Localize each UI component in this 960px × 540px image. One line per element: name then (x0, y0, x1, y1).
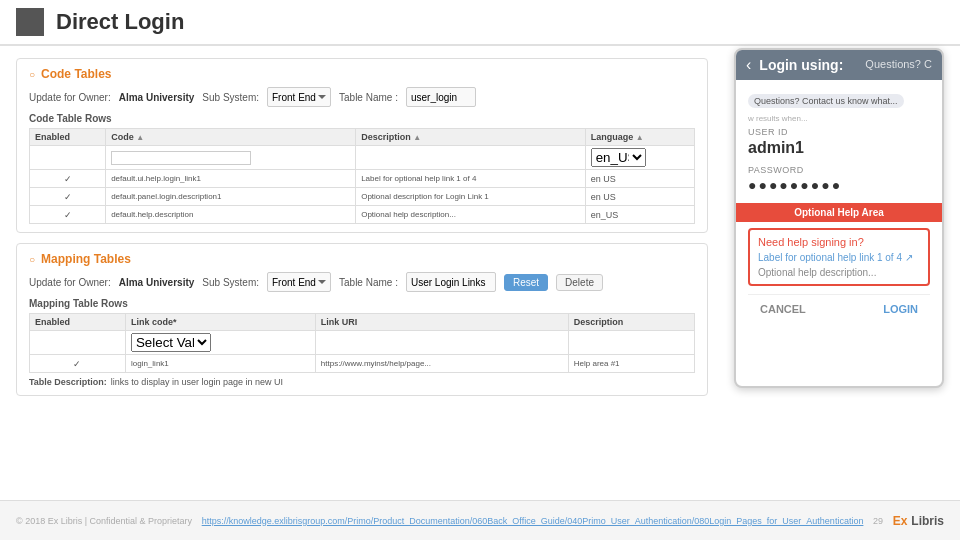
password-label: PASSWORD (748, 165, 930, 175)
subsystem-label: Sub System: (202, 92, 259, 103)
footer-link[interactable]: https://knowledge.exlibrisgroup.com/Prim… (202, 516, 864, 526)
m-col-desc: Description (568, 314, 694, 331)
logo-ex: Ex (893, 514, 908, 528)
login-button[interactable]: LOGIN (883, 303, 918, 315)
footer-page-number: 29 (873, 516, 883, 526)
mapping-owner-label: Update for Owner: (29, 277, 111, 288)
userid-value: admin1 (748, 139, 930, 157)
main-content: Code Tables Update for Owner: Alma Unive… (0, 46, 960, 491)
table-description-row: Table Description: links to display in u… (29, 377, 695, 387)
code-input[interactable] (111, 151, 251, 165)
col-language: Language ▲ (585, 129, 694, 146)
code-tables-form-row: Update for Owner: Alma University Sub Sy… (29, 87, 695, 107)
code-tables-title: Code Tables (29, 67, 695, 81)
col-enabled: Enabled (30, 129, 106, 146)
need-help-text: Need help signing in? (758, 236, 920, 248)
col-description: Description ▲ (356, 129, 586, 146)
mapping-table-name-label: Table Name : (339, 277, 398, 288)
phone-body: Questions? Contact us know what... w res… (736, 80, 942, 333)
owner-value: Alma University (119, 92, 195, 103)
optional-help-bar: Optional Help Area (736, 203, 942, 222)
phone-mockup: ‹ Login using: Questions? C Questions? C… (734, 48, 944, 388)
table-row: ✓ default.help.description Optional help… (30, 206, 695, 224)
left-panel: Code Tables Update for Owner: Alma Unive… (16, 58, 708, 479)
results-text: w results when... (748, 114, 930, 123)
delete-button[interactable]: Delete (556, 274, 603, 291)
page-footer: © 2018 Ex Libris | Confidential & Propri… (0, 500, 960, 540)
mapping-table-name-input[interactable] (406, 272, 496, 292)
logo-libris: Libris (911, 514, 944, 528)
cancel-button[interactable]: CANCEL (760, 303, 806, 315)
m-col-enabled: Enabled (30, 314, 126, 331)
mapping-subsystem-select[interactable]: Front End (267, 272, 331, 292)
phone-header: ‹ Login using: Questions? C (736, 50, 942, 80)
footer-copyright: © 2018 Ex Libris | Confidential & Propri… (16, 516, 192, 526)
code-tables-table: Enabled Code ▲ Description ▲ Language ▲ … (29, 128, 695, 224)
reset-button[interactable]: Reset (504, 274, 548, 291)
mapping-owner-value: Alma University (119, 277, 195, 288)
phone-title: Login using: (759, 57, 843, 73)
page-title: Direct Login (56, 9, 184, 35)
userid-label: USER ID (748, 127, 930, 137)
m-col-linkuri: Link URI (315, 314, 568, 331)
mapping-table-rows-title: Mapping Table Rows (29, 298, 695, 309)
language-select[interactable]: en_US (591, 148, 646, 167)
owner-label: Update for Owner: (29, 92, 111, 103)
col-code: Code ▲ (106, 129, 356, 146)
table-name-input[interactable] (406, 87, 476, 107)
page-header: Direct Login (0, 0, 960, 46)
table-row: ✓ login_link1 https://www.myinst/help/pa… (30, 355, 695, 373)
table-name-label: Table Name : (339, 92, 398, 103)
mapping-tables-title: Mapping Tables (29, 252, 695, 266)
back-icon[interactable]: ‹ (746, 56, 751, 74)
m-col-linkcode: Link code* (125, 314, 315, 331)
mapping-subsystem-label: Sub System: (202, 277, 259, 288)
right-panel: ‹ Login using: Questions? C Questions? C… (724, 58, 944, 479)
table-desc-value: links to display in user login page in n… (111, 377, 283, 387)
phone-footer: CANCEL LOGIN (748, 294, 930, 323)
code-table-rows-title: Code Table Rows (29, 113, 695, 124)
mapping-tables-table: Enabled Link code* Link URI Description … (29, 313, 695, 373)
help-link-text[interactable]: Label for optional help link 1 of 4 ↗ (758, 252, 920, 263)
subsystem-select[interactable]: Front End (267, 87, 331, 107)
help-box: Need help signing in? Label for optional… (748, 228, 930, 286)
table-row: Select Value (30, 331, 695, 355)
password-dots: ●●●●●●●●● (748, 177, 930, 193)
table-row: ✓ default.panel.login.description1 Optio… (30, 188, 695, 206)
mapping-tables-form-row: Update for Owner: Alma University Sub Sy… (29, 272, 695, 292)
mapping-tables-card: Mapping Tables Update for Owner: Alma Un… (16, 243, 708, 396)
table-row: en_US (30, 146, 695, 170)
help-desc-text: Optional help description... (758, 267, 920, 278)
footer-logo: Ex Libris (893, 514, 944, 528)
link-code-select[interactable]: Select Value (131, 333, 211, 352)
table-desc-label: Table Description: (29, 377, 107, 387)
code-tables-card: Code Tables Update for Owner: Alma Unive… (16, 58, 708, 233)
table-row: ✓ default.ui.help.login_link1 Label for … (30, 170, 695, 188)
header-accent (16, 8, 44, 36)
questions-badge: Questions? Contact us know what... (748, 94, 904, 108)
questions-label: Questions? C (865, 58, 932, 70)
